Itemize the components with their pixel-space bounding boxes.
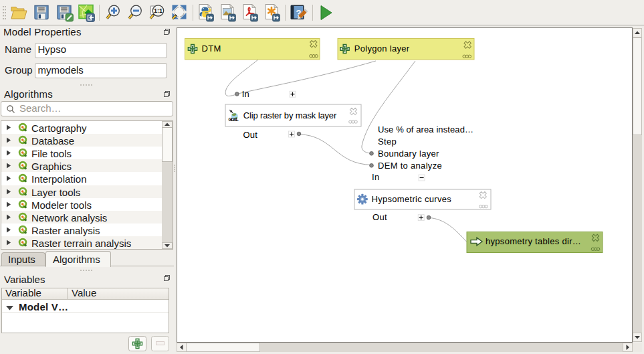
svg-text:GDAL: GDAL xyxy=(228,117,239,122)
svg-text:Boundary layer: Boundary layer xyxy=(378,149,439,159)
svg-text:Use % of area instead…: Use % of area instead… xyxy=(378,124,473,135)
svg-text:1:1: 1:1 xyxy=(154,7,163,14)
svg-text:Out: Out xyxy=(243,130,257,140)
svg-text:Polygon layer: Polygon layer xyxy=(354,43,410,54)
svg-text:hypsometry tables dir…: hypsometry tables dir… xyxy=(486,236,581,246)
svg-text:Step: Step xyxy=(378,137,397,147)
svg-text:DEM to analyze: DEM to analyze xyxy=(378,161,442,171)
svg-text:In: In xyxy=(372,172,379,182)
svg-text:In: In xyxy=(242,89,249,99)
svg-text:Hypsometric curves: Hypsometric curves xyxy=(372,194,452,204)
svg-text:Out: Out xyxy=(372,212,387,222)
svg-text:Clip raster by mask layer: Clip raster by mask layer xyxy=(243,110,337,120)
svg-text:DTM: DTM xyxy=(202,43,221,54)
